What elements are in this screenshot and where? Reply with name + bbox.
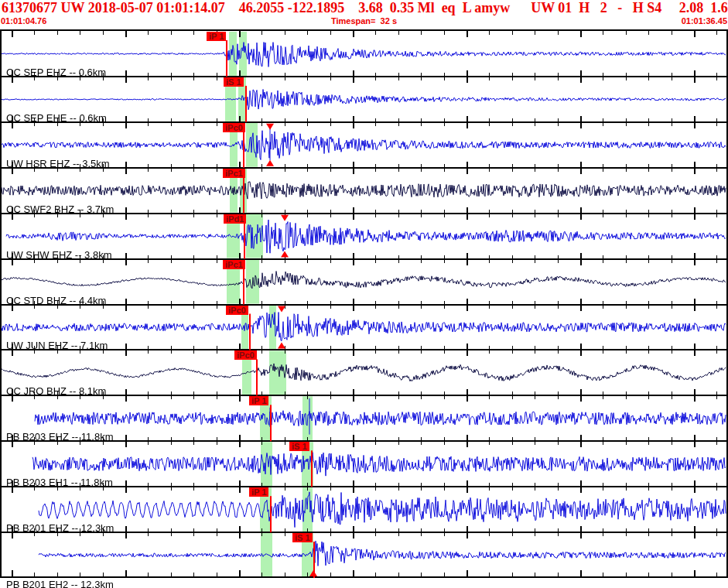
- phase-pick-label[interactable]: iPc0: [223, 123, 245, 132]
- trace-station-label[interactable]: CC STD BHZ -- 4.4km: [6, 296, 106, 306]
- trace-station-label[interactable]: CC JRO BHZ -- 8.1km: [6, 386, 106, 396]
- trace-station-label[interactable]: PB B203 EH1 -- 11.8km: [6, 477, 113, 487]
- phase-pick-label[interactable]: iP 1: [249, 487, 268, 497]
- trace-station-label[interactable]: CC SEP EHE -- 0.6km: [6, 113, 107, 123]
- trace-station-label[interactable]: PB B201 EH2 -- 12.3km: [6, 579, 114, 588]
- phase-pick-label[interactable]: iPc0: [234, 350, 257, 360]
- phase-pick-label[interactable]: iS 1: [289, 442, 309, 451]
- trace-station-label[interactable]: UW SHW EHZ -- 3.8km: [6, 250, 112, 260]
- trace-station-label[interactable]: PB B201 EHZ -- 12.3km: [6, 523, 114, 533]
- phase-pick-label[interactable]: iPc1: [223, 169, 245, 178]
- phase-pick-label[interactable]: iS 1: [292, 533, 313, 542]
- phase-pick-label[interactable]: iPc0: [226, 306, 248, 315]
- trace-station-label[interactable]: PB B203 EHZ -- 11.8km: [6, 432, 113, 442]
- trace-station-label[interactable]: UW HSR EHZ -- 3.5km: [6, 159, 110, 169]
- trace-station-label[interactable]: CC SWF2 BHZ -- 3.7km: [6, 204, 114, 214]
- seismic-analysis-window: 61370677 UW 2018-05-07 01:01:14.07 46.20…: [0, 0, 728, 588]
- phase-pick-label[interactable]: iPd1: [224, 214, 246, 224]
- trace-station-label[interactable]: UW JUN EHZ -- 7.1km: [6, 340, 108, 350]
- trace-station-label[interactable]: CC SEP EHZ -- 0.6km: [6, 67, 106, 77]
- waveform-plot-canvas[interactable]: [0, 0, 728, 588]
- phase-pick-label[interactable]: iS 1: [224, 77, 244, 87]
- phase-pick-label[interactable]: iP 1: [249, 396, 268, 405]
- phase-pick-label[interactable]: iPc1: [223, 260, 245, 269]
- phase-pick-label[interactable]: iP 1: [207, 32, 226, 41]
